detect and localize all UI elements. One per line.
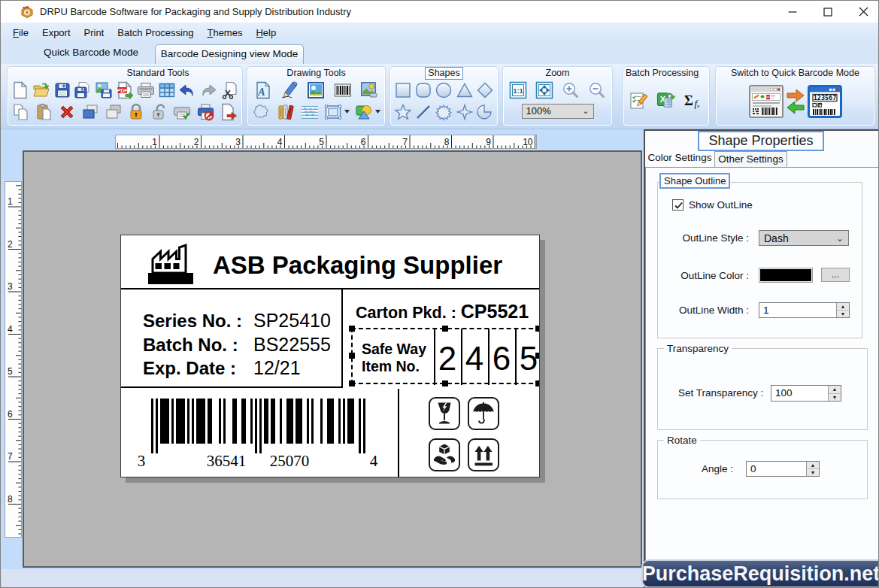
maximize-button[interactable] xyxy=(815,1,841,23)
watermark-w-icon[interactable]: W xyxy=(300,102,320,122)
batch-label: Batch No. : xyxy=(143,334,243,357)
pencil-tool-icon[interactable] xyxy=(280,80,299,100)
shape-triangle-icon[interactable] xyxy=(455,80,474,100)
outline-color-swatch[interactable] xyxy=(759,268,813,283)
minimize-button[interactable] xyxy=(780,1,805,23)
selection-handle[interactable] xyxy=(442,326,448,332)
save-all-icon[interactable] xyxy=(73,80,92,100)
picture-tool-icon[interactable] xyxy=(306,80,326,100)
frame-tool-dropdown-arrow-icon[interactable] xyxy=(344,102,350,122)
outline-color-browse-button[interactable]: ... xyxy=(821,268,850,282)
selection-handle[interactable] xyxy=(535,380,540,386)
image-edit-tool-icon[interactable] xyxy=(359,80,379,100)
transparency-spinner[interactable]: 100 ▲▼ xyxy=(771,385,841,402)
factory-icon xyxy=(147,242,195,289)
menu-help[interactable]: Help xyxy=(256,27,276,38)
outline-width-spinner[interactable]: 1 ▲▼ xyxy=(759,302,850,318)
shape-star4-icon[interactable] xyxy=(455,102,474,122)
menu-batch-processing[interactable]: Batch Processing xyxy=(117,27,193,38)
insert-shapes-dropdown-arrow-icon[interactable] xyxy=(375,102,380,122)
close-button[interactable] xyxy=(850,1,876,23)
menu-file[interactable]: File xyxy=(13,27,29,38)
redo-icon[interactable] xyxy=(199,80,218,100)
menu-export[interactable]: Export xyxy=(42,27,71,38)
tab-color-settings[interactable]: Color Settings xyxy=(645,149,714,167)
new-document-icon[interactable] xyxy=(11,80,30,100)
insert-shapes-icon[interactable] xyxy=(354,102,374,122)
tab-other-settings[interactable]: Other Settings xyxy=(714,151,787,167)
copy-icon[interactable] xyxy=(11,102,31,122)
angle-spinner[interactable]: 0 ▲▼ xyxy=(746,461,820,477)
tab-quick-barcode-mode[interactable]: Quick Barcode Mode xyxy=(44,47,135,62)
carton-block[interactable]: Carton Pkd. : CP5521 xyxy=(356,301,529,323)
zoom-level-dropdown[interactable]: 100%⌄ xyxy=(522,104,594,119)
open-folder-icon[interactable] xyxy=(32,80,51,100)
show-outline-checkbox[interactable] xyxy=(672,199,683,211)
unlock-icon[interactable] xyxy=(150,102,169,122)
spin-down-icon[interactable]: ▼ xyxy=(829,394,841,402)
design-canvas[interactable]: ASB Packaging Supplier Series No. :SP254… xyxy=(23,150,642,568)
zoom-fit-icon[interactable] xyxy=(535,80,554,100)
shape-burst-icon[interactable] xyxy=(434,102,453,122)
shape-rounded-icon[interactable] xyxy=(414,80,433,100)
quick-mode-window-icon[interactable]: 123567 xyxy=(807,84,843,119)
export-image-icon[interactable] xyxy=(94,80,114,100)
shape-blob-icon[interactable] xyxy=(252,102,271,122)
carton-value: CP5521 xyxy=(461,301,529,322)
frame-tool-icon[interactable] xyxy=(323,102,343,122)
design-mode-window-icon[interactable] xyxy=(748,84,784,119)
delete-icon[interactable] xyxy=(57,102,77,122)
shape-outline-group-label: Shape Outline xyxy=(659,173,730,189)
library-icon[interactable] xyxy=(276,102,296,122)
paste-icon[interactable] xyxy=(35,102,54,122)
spin-down-icon[interactable]: ▼ xyxy=(837,311,849,317)
bring-front-icon[interactable] xyxy=(80,102,100,122)
cut-icon[interactable] xyxy=(220,80,239,100)
spin-up-icon[interactable]: ▲ xyxy=(829,386,841,394)
label-info-block[interactable]: Series No. :SP25410 Batch No. :BS22555 E… xyxy=(143,309,331,380)
tab-barcode-designing-view-mode[interactable]: Barcode Designing view Mode xyxy=(155,44,304,64)
shape-line-icon[interactable] xyxy=(414,102,433,122)
save-icon[interactable] xyxy=(53,80,72,100)
barcode-tool-icon[interactable] xyxy=(333,80,353,100)
spin-up-icon[interactable]: ▲ xyxy=(807,462,819,469)
barcode-graphic[interactable]: 336541250704 xyxy=(136,399,384,473)
selection-handle[interactable] xyxy=(349,380,355,386)
selection-handle[interactable] xyxy=(349,353,355,359)
exit-icon[interactable] xyxy=(219,102,238,122)
svg-text:A: A xyxy=(257,86,265,98)
shape-star-icon[interactable] xyxy=(393,102,413,122)
export-pdf-icon[interactable]: PDF xyxy=(115,80,135,100)
label-company-title[interactable]: ASB Packaging Supplier xyxy=(213,251,502,280)
lock-icon[interactable] xyxy=(126,102,146,122)
barcode-label-design[interactable]: ASB Packaging Supplier Series No. :SP254… xyxy=(120,235,540,477)
shape-square-icon[interactable] xyxy=(393,80,413,100)
batch-excel-icon[interactable]: X xyxy=(656,91,676,111)
rotate-group-label: Rotate xyxy=(664,435,700,446)
spin-down-icon[interactable]: ▼ xyxy=(807,469,819,476)
batch-formula-icon[interactable]: Σfₓ xyxy=(683,91,703,111)
shape-diamond-icon[interactable] xyxy=(475,80,495,100)
selection-handle[interactable] xyxy=(535,326,540,332)
text-tool-icon[interactable]: A xyxy=(253,80,273,100)
selection-handle[interactable] xyxy=(349,326,355,332)
batch-edit-icon[interactable] xyxy=(629,91,649,111)
spin-up-icon[interactable]: ▲ xyxy=(837,303,849,311)
print-preview-icon[interactable] xyxy=(172,102,192,122)
menu-print[interactable]: Print xyxy=(84,27,105,38)
selection-handle[interactable] xyxy=(442,380,448,386)
svg-text:1:1: 1:1 xyxy=(514,86,524,95)
zoom-in-icon[interactable] xyxy=(561,80,580,100)
outline-style-dropdown[interactable]: Dash ⌄ xyxy=(759,230,849,246)
menu-themes[interactable]: Themes xyxy=(207,27,242,38)
item-caption[interactable]: Safe Way Item No. xyxy=(362,341,426,374)
zoom-out-icon[interactable] xyxy=(587,80,607,100)
zoom-one-to-one-icon[interactable]: 1:1 xyxy=(508,80,528,100)
grid-icon[interactable] xyxy=(157,80,177,100)
undo-icon[interactable] xyxy=(177,80,197,100)
print-cancel-icon[interactable] xyxy=(196,102,215,122)
print-icon[interactable] xyxy=(136,80,156,100)
shape-quarter-icon[interactable] xyxy=(475,102,495,122)
send-back-icon[interactable] xyxy=(104,102,123,122)
shape-circle-icon[interactable] xyxy=(434,80,453,100)
